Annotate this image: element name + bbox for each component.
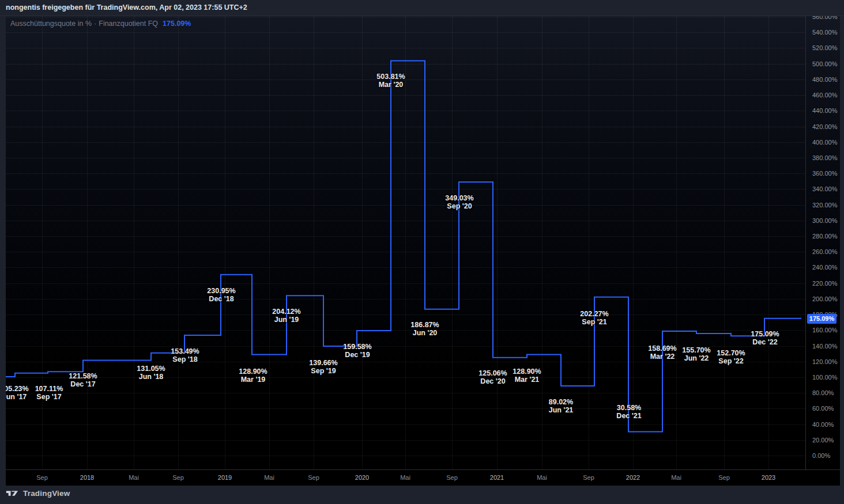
time-tick-label: 2022 [626, 470, 640, 486]
time-tick-label: 2023 [762, 470, 775, 486]
price-tick-label: 460.00% [812, 92, 837, 99]
time-axis[interactable]: Sep2018MaiSep2019MaiSep2020MaiSep2021Mai… [0, 469, 844, 486]
indicator-last-value: 175.09% [163, 20, 191, 28]
annotation-text: nongentis freigegeben für TradingView.co… [6, 0, 247, 16]
price-tick-label: 360.00% [812, 170, 837, 177]
footer-bar: TradingView [0, 486, 844, 504]
time-tick-label: 2018 [80, 470, 94, 486]
price-tick-label: 80.00% [812, 389, 834, 397]
time-tick-label: Mai [537, 470, 547, 486]
price-tick-label: 440.00% [812, 107, 837, 115]
time-tick-label: Mai [264, 470, 274, 486]
price-tick-label: 100.00% [812, 374, 837, 381]
indicator-legend[interactable]: Ausschüttungsquote in %·Finanzquotient F… [10, 20, 191, 28]
left-margin [0, 16, 6, 486]
price-tick-label: 280.00% [812, 233, 837, 240]
time-tick-label: Sep [446, 470, 458, 486]
time-tick-label: Sep [583, 470, 594, 486]
last-price-badge: 175.09% [807, 314, 837, 324]
time-tick-label: Sep [36, 470, 48, 486]
legend-separator: · [94, 20, 96, 28]
annotation-bar: nongentis freigegeben für TradingView.co… [0, 0, 844, 16]
series-step-line [6, 61, 801, 432]
right-margin [840, 16, 844, 486]
time-tick-label: Mai [671, 470, 681, 486]
chart-region: 105.23%Jun '17107.11%Sep '17121.58%Dec '… [0, 16, 844, 486]
price-tick-label: 240.00% [812, 264, 837, 271]
time-tick-label: 2019 [218, 470, 232, 486]
gridlines [6, 16, 805, 469]
time-tick-label: Mai [129, 470, 139, 486]
price-tick-label: 520.00% [812, 44, 837, 52]
price-tick-label: 0.00% [812, 452, 830, 460]
price-tick-label: 200.00% [812, 295, 837, 303]
time-tick-label: 2020 [355, 470, 369, 486]
price-tick-label: 560.00% [812, 16, 837, 21]
time-tick-label: Sep [308, 470, 319, 486]
price-tick-label: 480.00% [812, 76, 837, 84]
price-tick-label: 220.00% [812, 280, 837, 287]
price-tick-label: 40.00% [812, 421, 834, 429]
price-tick-label: 380.00% [812, 154, 837, 162]
tradingview-logo-link[interactable]: TradingView [6, 489, 70, 498]
price-tick-label: 160.00% [812, 327, 837, 334]
price-tick-label: 400.00% [812, 139, 837, 146]
time-tick-label: Sep [172, 470, 184, 486]
price-tick-label: 20.00% [812, 437, 834, 444]
price-tick-label: 540.00% [812, 29, 837, 36]
tradingview-brand-text: TradingView [23, 489, 70, 498]
chart-canvas [6, 16, 805, 469]
tradingview-logo-icon [6, 489, 20, 498]
price-tick-label: 260.00% [812, 248, 837, 256]
price-tick-label: 500.00% [812, 60, 837, 68]
time-tick-label: Mai [400, 470, 410, 486]
time-tick-label: 2021 [490, 470, 504, 486]
price-tick-label: 340.00% [812, 185, 837, 193]
tradingview-window: nongentis freigegeben für TradingView.co… [0, 0, 844, 504]
indicator-name: Finanzquotient FQ [99, 20, 158, 28]
price-tick-label: 120.00% [812, 358, 837, 366]
price-tick-label: 60.00% [812, 405, 834, 412]
price-tick-label: 320.00% [812, 202, 837, 209]
indicator-title: Ausschüttungsquote in % [10, 20, 92, 28]
plot-area[interactable]: 105.23%Jun '17107.11%Sep '17121.58%Dec '… [6, 16, 805, 469]
price-tick-label: 300.00% [812, 217, 837, 225]
price-tick-label: 420.00% [812, 123, 837, 131]
price-axis[interactable]: 175.09% 560.00%540.00%520.00%500.00%480.… [805, 16, 840, 469]
price-tick-label: 140.00% [812, 343, 837, 350]
time-tick-label: Sep [718, 470, 730, 486]
